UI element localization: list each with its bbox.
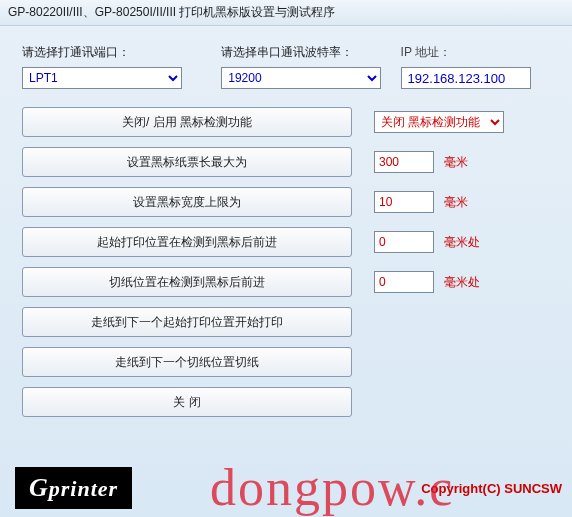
top-config-row: 请选择打通讯端口： LPT1 请选择串口通讯波特率： 19200 IP 地址：: [22, 44, 550, 89]
footer: Gprinter Copyright(C) SUNCSW: [15, 467, 562, 509]
copyright-text: Copyright(C) SUNCSW: [421, 481, 562, 496]
set-bm-width-button[interactable]: 设置黑标宽度上限为: [22, 187, 352, 217]
unit-mm-2: 毫米: [444, 194, 468, 211]
feed-to-cut-button[interactable]: 走纸到下一个切纸位置切纸: [22, 347, 352, 377]
max-length-input[interactable]: [374, 151, 434, 173]
cut-offset-input[interactable]: [374, 271, 434, 293]
port-label: 请选择打通讯端口：: [22, 44, 221, 61]
print-start-advance-button[interactable]: 起始打印位置在检测到黑标后前进: [22, 227, 352, 257]
close-button[interactable]: 关 闭: [22, 387, 352, 417]
brand-logo: Gprinter: [15, 467, 132, 509]
unit-mm-at-1: 毫米处: [444, 234, 480, 251]
cut-advance-button[interactable]: 切纸位置在检测到黑标后前进: [22, 267, 352, 297]
unit-mm-1: 毫米: [444, 154, 468, 171]
bm-width-input[interactable]: [374, 191, 434, 213]
baud-label: 请选择串口通讯波特率：: [221, 44, 400, 61]
main-content: 请选择打通讯端口： LPT1 请选择串口通讯波特率： 19200 IP 地址： …: [0, 26, 572, 437]
unit-mm-at-2: 毫米处: [444, 274, 480, 291]
ip-label: IP 地址：: [401, 44, 550, 61]
ip-input[interactable]: [401, 67, 531, 89]
port-select[interactable]: LPT1: [22, 67, 182, 89]
blackmark-state-select[interactable]: 关闭 黑标检测功能: [374, 111, 504, 133]
window-title: GP-80220II/III、GP-80250I/II/III 打印机黑标版设置…: [8, 5, 335, 19]
set-max-length-button[interactable]: 设置黑标纸票长最大为: [22, 147, 352, 177]
feed-to-print-button[interactable]: 走纸到下一个起始打印位置开始打印: [22, 307, 352, 337]
print-start-offset-input[interactable]: [374, 231, 434, 253]
baud-select[interactable]: 19200: [221, 67, 381, 89]
window-titlebar: GP-80220II/III、GP-80250I/II/III 打印机黑标版设置…: [0, 0, 572, 26]
toggle-blackmark-button[interactable]: 关闭/ 启用 黑标检测功能: [22, 107, 352, 137]
